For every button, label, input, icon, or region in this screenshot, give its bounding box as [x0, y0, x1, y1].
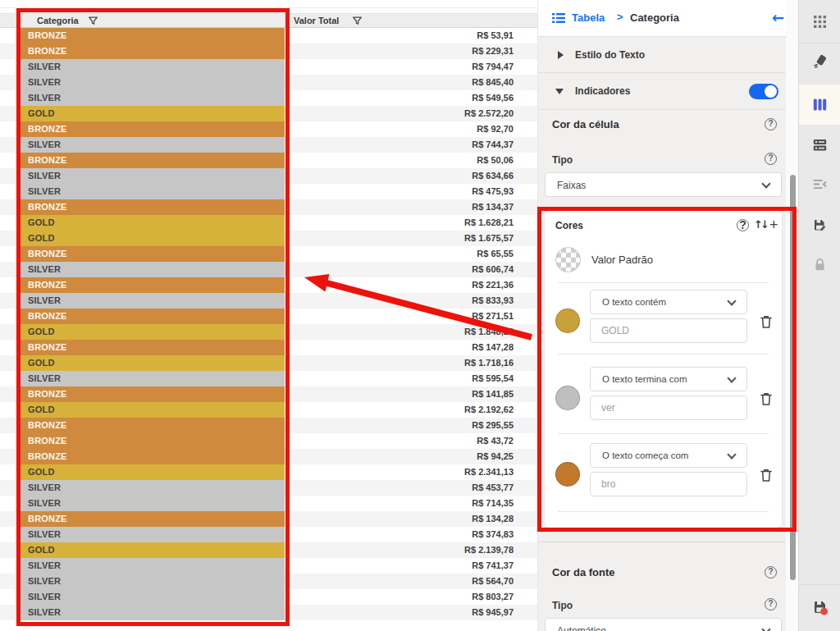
breadcrumb-widget[interactable]: Tabela	[572, 11, 605, 24]
value-cell: R$ 564,70	[0, 574, 514, 589]
settings-panel: Tabela > Categoria ← Estilo do Texto Ind…	[537, 0, 798, 631]
fonte-tipo-value: Automático	[557, 625, 606, 631]
table-row[interactable]: BRONZER$ 147,28	[0, 340, 537, 355]
help-icon[interactable]: ?	[765, 566, 777, 578]
table-row[interactable]: BRONZER$ 271,51	[0, 309, 537, 324]
value-cell: R$ 595,54	[0, 371, 514, 386]
section-estilo-do-texto[interactable]: Estilo do Texto	[538, 37, 786, 73]
help-icon[interactable]: ?	[765, 118, 777, 130]
table-row[interactable]: BRONZER$ 221,36	[0, 277, 537, 293]
table-row[interactable]: GOLDR$ 2.341,13	[0, 464, 537, 480]
condition-text-input[interactable]	[590, 318, 747, 343]
condition-value: O texto começa com	[602, 450, 688, 460]
condition-dropdown[interactable]: O texto começa com	[590, 443, 747, 468]
value-cell: R$ 453,77	[0, 480, 514, 496]
condition-dropdown[interactable]: O texto contém	[590, 290, 747, 314]
fonte-tipo-dropdown[interactable]: Automático	[545, 618, 782, 631]
value-cell: R$ 94,25	[0, 449, 514, 464]
table-row[interactable]: BRONZER$ 141,85	[0, 386, 537, 402]
sort-icon[interactable]: ↑↓	[754, 218, 767, 231]
table-row[interactable]: SILVERR$ 744,37	[0, 137, 537, 153]
table-row[interactable]: SILVERR$ 606,74	[0, 262, 537, 277]
cor-da-fonte-title: Cor da fonte	[552, 566, 615, 578]
condition-dropdown[interactable]: O texto termina com	[590, 367, 747, 391]
value-cell: R$ 221,36	[0, 277, 514, 293]
condition-text-input[interactable]	[590, 472, 747, 496]
table-row[interactable]: BRONZER$ 53,91	[0, 28, 537, 43]
tipo-label: Tipo	[552, 600, 573, 611]
save-alert-icon[interactable]	[813, 600, 829, 615]
table-row[interactable]: SILVERR$ 741,37	[0, 558, 537, 574]
table-row[interactable]: BRONZER$ 295,55	[0, 418, 537, 433]
tipo-dropdown[interactable]: Faixas	[545, 172, 782, 197]
save-edit-icon[interactable]	[813, 218, 827, 232]
table-row[interactable]: SILVERR$ 453,77	[0, 480, 537, 496]
color-swatch[interactable]	[555, 386, 580, 410]
default-value-label: Valor Padrão	[591, 254, 653, 266]
help-icon[interactable]: ?	[765, 153, 777, 165]
add-color-icon[interactable]: +	[769, 218, 778, 231]
table-row[interactable]: GOLDR$ 1.675,57	[0, 231, 537, 246]
indicadores-toggle[interactable]	[749, 84, 778, 99]
table-row[interactable]: BRONZER$ 50,06	[0, 153, 537, 168]
default-color-swatch[interactable]	[555, 247, 581, 272]
table-row[interactable]: GOLDR$ 1.628,21	[0, 215, 537, 231]
chevron-down-icon	[727, 296, 736, 305]
delete-icon[interactable]	[758, 313, 774, 331]
columns-icon[interactable]	[813, 98, 827, 112]
table-row[interactable]: BRONZER$ 94,25	[0, 449, 537, 464]
divider	[558, 511, 769, 512]
condition-value: O texto contém	[602, 297, 666, 307]
table-row[interactable]: SILVERR$ 945,97	[0, 605, 537, 620]
table-row[interactable]: SILVERR$ 634,66	[0, 168, 537, 184]
table-row[interactable]: SILVERR$ 803,27	[0, 589, 537, 605]
help-icon[interactable]: ?	[765, 598, 777, 610]
value-cell: R$ 147,28	[0, 340, 514, 355]
section-label: Estilo do Texto	[575, 49, 645, 61]
table-row[interactable]: GOLDR$ 2.139,78	[0, 542, 537, 558]
table-row[interactable]: SILVERR$ 833,93	[0, 293, 537, 309]
help-icon[interactable]: ?	[737, 219, 749, 231]
value-cell: R$ 92,70	[0, 121, 514, 137]
chevron-down-icon	[727, 373, 736, 382]
table-row[interactable]: BRONZER$ 134,28	[0, 511, 537, 527]
table-row[interactable]: BRONZER$ 229,31	[0, 43, 537, 59]
table-row[interactable]: GOLDR$ 2.572,20	[0, 106, 537, 121]
color-swatch[interactable]	[555, 309, 580, 333]
divider	[558, 433, 769, 434]
lock-icon[interactable]	[813, 258, 827, 272]
filter-icon[interactable]	[88, 16, 98, 26]
table-row[interactable]: SILVERR$ 714,35	[0, 496, 537, 511]
delete-icon[interactable]	[758, 390, 774, 408]
delete-icon[interactable]	[758, 466, 774, 484]
value-cell: R$ 374,83	[0, 527, 514, 542]
table-row[interactable]: GOLDR$ 2.192,62	[0, 402, 537, 418]
table-row[interactable]: BRONZER$ 65,55	[0, 246, 537, 262]
color-swatch[interactable]	[555, 462, 580, 487]
back-arrow-icon[interactable]: ←	[772, 9, 784, 26]
table-row[interactable]: SILVERR$ 549,56	[0, 90, 537, 106]
table-row[interactable]: SILVERR$ 564,70	[0, 574, 537, 589]
table-row[interactable]: GOLDR$ 1.718,16	[0, 355, 537, 371]
table-row[interactable]: SILVERR$ 374,83	[0, 527, 537, 542]
value-cell: R$ 1.675,57	[0, 231, 514, 246]
apps-grid-icon[interactable]	[813, 15, 827, 29]
table-row[interactable]: SILVERR$ 595,54	[0, 371, 537, 386]
table-row[interactable]: BRONZER$ 43,72	[0, 433, 537, 449]
table-row[interactable]: BRONZER$ 92,70	[0, 121, 537, 137]
chevron-down-icon	[727, 450, 736, 459]
chevron-down-icon	[555, 89, 564, 94]
filter-icon[interactable]	[352, 16, 363, 26]
collapse-menu-icon[interactable]	[813, 177, 827, 191]
table-row[interactable]: SILVERR$ 794,47	[0, 59, 537, 75]
table-row[interactable]: SILVERR$ 845,40	[0, 75, 537, 90]
table-row[interactable]: GOLDR$ 1.848,23	[0, 324, 537, 340]
table-row[interactable]: BRONZER$ 134,37	[0, 199, 537, 215]
section-indicadores[interactable]: Indicadores	[538, 73, 786, 110]
data-rows-icon[interactable]	[813, 138, 827, 152]
value-cell: R$ 845,40	[0, 75, 514, 90]
panel-scrollbar-thumb[interactable]	[790, 175, 796, 580]
table-row[interactable]: SILVERR$ 475,93	[0, 184, 537, 199]
condition-text-input[interactable]	[590, 396, 747, 420]
eraser-icon[interactable]	[813, 54, 827, 68]
